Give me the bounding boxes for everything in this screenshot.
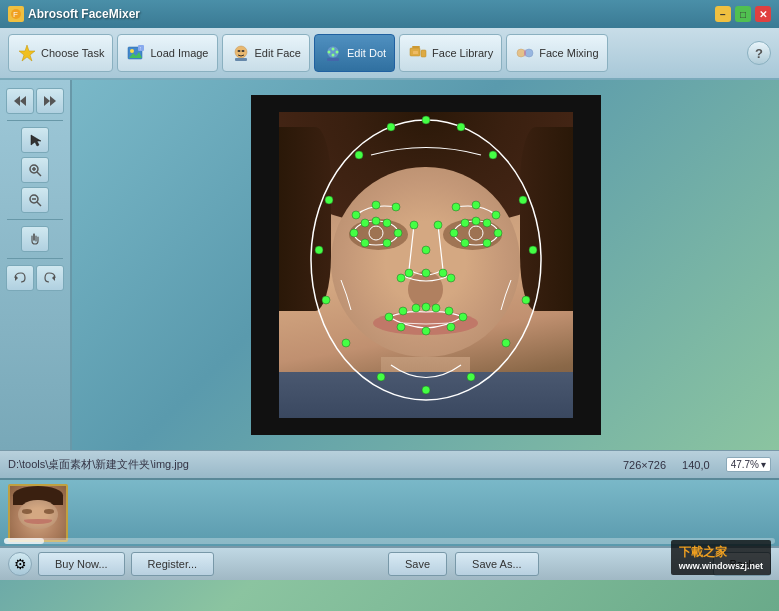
svg-point-67 — [372, 217, 380, 225]
face-library-label: Face Library — [432, 47, 493, 59]
redo-button[interactable] — [36, 265, 64, 291]
zoom-dropdown-arrow: ▾ — [761, 459, 766, 470]
filmstrip — [0, 478, 779, 546]
forward-button[interactable] — [36, 88, 64, 114]
edit-dot-button[interactable]: Edit Dot — [314, 34, 395, 72]
face-library-button[interactable]: Face Library — [399, 34, 502, 72]
svg-point-89 — [412, 304, 420, 312]
watermark-line2: www.windowszj.net — [679, 561, 763, 571]
svg-point-74 — [472, 217, 480, 225]
film-thumb-image — [10, 486, 66, 540]
svg-point-61 — [392, 203, 400, 211]
svg-point-43 — [422, 116, 430, 124]
svg-point-85 — [397, 274, 405, 282]
svg-point-91 — [432, 304, 440, 312]
svg-point-23 — [525, 49, 533, 57]
svg-point-46 — [355, 151, 363, 159]
status-bar: D:\tools\桌面素材\新建文件夹\img.jpg 726×726 140,… — [0, 450, 779, 478]
choose-task-label: Choose Task — [41, 47, 104, 59]
film-thumbnail[interactable] — [8, 484, 68, 542]
zoom-out-button[interactable] — [21, 187, 49, 213]
settings-button[interactable]: ⚙ — [8, 552, 32, 576]
svg-point-86 — [447, 274, 455, 282]
svg-point-81 — [422, 246, 430, 254]
svg-point-72 — [450, 229, 458, 237]
svg-point-69 — [394, 229, 402, 237]
svg-point-58 — [422, 386, 430, 394]
svg-point-49 — [519, 196, 527, 204]
load-image-label: Load Image — [150, 47, 208, 59]
face-landmarks-overlay — [251, 95, 601, 435]
maximize-button[interactable]: □ — [735, 6, 751, 22]
svg-rect-20 — [421, 50, 426, 57]
rewind-button[interactable] — [6, 88, 34, 114]
svg-text:↑: ↑ — [139, 45, 142, 51]
svg-point-16 — [331, 54, 334, 57]
zoom-level: 47.7% — [731, 459, 759, 470]
svg-point-4 — [130, 49, 134, 53]
filmstrip-scrollbar-thumb — [4, 538, 44, 544]
svg-point-57 — [467, 373, 475, 381]
buy-now-button[interactable]: Buy Now... — [38, 552, 125, 576]
zoom-dropdown[interactable]: 47.7% ▾ — [726, 457, 771, 472]
face-mixing-icon — [515, 43, 535, 63]
svg-point-40 — [369, 226, 383, 240]
svg-point-79 — [410, 221, 418, 229]
hand-tool-button[interactable] — [21, 226, 49, 252]
svg-point-96 — [397, 323, 405, 331]
svg-point-52 — [322, 296, 330, 304]
svg-marker-2 — [19, 45, 35, 61]
help-button[interactable]: ? — [747, 41, 771, 65]
svg-point-55 — [502, 339, 510, 347]
bottom-left-controls: ⚙ Buy Now... Register... — [8, 552, 214, 576]
svg-point-44 — [387, 123, 395, 131]
svg-point-22 — [517, 49, 525, 57]
svg-point-87 — [385, 313, 393, 321]
status-info: 726×726 140,0 47.7% ▾ — [623, 457, 771, 472]
svg-point-73 — [461, 219, 469, 227]
svg-point-62 — [452, 203, 460, 211]
svg-rect-11 — [235, 58, 247, 61]
svg-point-70 — [383, 239, 391, 247]
svg-rect-17 — [327, 58, 339, 61]
svg-marker-25 — [20, 96, 26, 106]
svg-point-80 — [434, 221, 442, 229]
svg-point-64 — [492, 211, 500, 219]
minimize-button[interactable]: − — [715, 6, 731, 22]
svg-marker-36 — [15, 275, 18, 281]
canvas-area[interactable] — [72, 80, 779, 450]
svg-point-76 — [494, 229, 502, 237]
svg-point-84 — [439, 269, 447, 277]
app-title: Abrosoft FaceMixer — [28, 7, 140, 21]
register-button[interactable]: Register... — [131, 552, 215, 576]
undo-button[interactable] — [6, 265, 34, 291]
face-canvas — [251, 95, 601, 435]
tool-divider-2 — [7, 219, 63, 220]
title-bar: F Abrosoft FaceMixer − □ ✕ — [0, 0, 779, 28]
svg-rect-21 — [413, 51, 418, 54]
choose-task-button[interactable]: Choose Task — [8, 34, 113, 72]
load-image-button[interactable]: ↑ Load Image — [117, 34, 217, 72]
main-area — [0, 80, 779, 450]
zoom-in-button[interactable] — [21, 157, 49, 183]
history-tools — [4, 265, 66, 291]
svg-point-48 — [325, 196, 333, 204]
save-as-button[interactable]: Save As... — [455, 552, 539, 576]
select-tool-button[interactable] — [21, 127, 49, 153]
svg-point-68 — [383, 219, 391, 227]
svg-point-93 — [459, 313, 467, 321]
filmstrip-scrollbar[interactable] — [4, 538, 775, 544]
svg-text:F: F — [13, 10, 18, 19]
zoom-tools — [4, 157, 66, 183]
svg-point-60 — [372, 201, 380, 209]
save-button[interactable]: Save — [388, 552, 447, 576]
svg-point-10 — [241, 50, 244, 52]
face-mixing-button[interactable]: Face Mixing — [506, 34, 607, 72]
face-mixing-label: Face Mixing — [539, 47, 598, 59]
close-button[interactable]: ✕ — [755, 6, 771, 22]
svg-point-42 — [469, 226, 483, 240]
svg-point-45 — [457, 123, 465, 131]
edit-face-button[interactable]: Edit Face — [222, 34, 310, 72]
svg-point-51 — [529, 246, 537, 254]
svg-point-82 — [422, 269, 430, 277]
